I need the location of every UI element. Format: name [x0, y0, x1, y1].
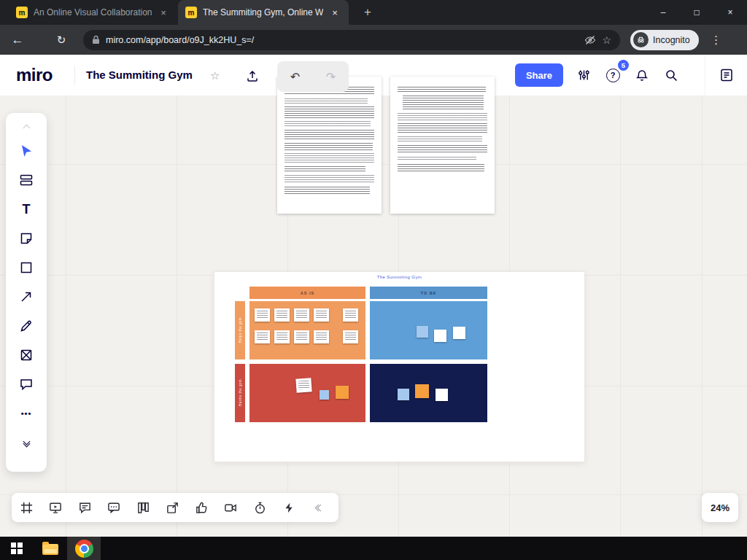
- tab-title: An Online Visual Collaboration Pl: [34, 7, 152, 18]
- export-button[interactable]: [158, 493, 187, 522]
- notes-panel-button[interactable]: [705, 55, 747, 96]
- miro-logo[interactable]: miro: [16, 65, 53, 85]
- matrix-col-header-as-is[interactable]: AS IS: [249, 287, 365, 299]
- bookmark-star-icon[interactable]: ☆: [602, 34, 611, 46]
- timer-icon: [253, 501, 267, 515]
- video-camera-icon: [223, 501, 238, 515]
- incognito-badge[interactable]: Incognito: [630, 30, 699, 50]
- present-button[interactable]: [41, 493, 70, 522]
- board-title[interactable]: The Summiting Gym: [86, 69, 193, 81]
- sticky-note[interactable]: [453, 327, 465, 339]
- apps-button[interactable]: [128, 493, 158, 522]
- sticky-note[interactable]: [343, 308, 358, 322]
- video-chat-button[interactable]: [216, 493, 245, 522]
- export-board-icon[interactable]: [244, 68, 261, 84]
- browser-tab-active[interactable]: m The Summiting Gym, Online Whi ×: [178, 0, 349, 25]
- sticky-note[interactable]: [434, 330, 446, 342]
- browser-navbar: ← ↻ miro.com/app/board/o9J_kk2HU_s=/ ☆ I…: [0, 25, 747, 55]
- connector-tool[interactable]: [12, 282, 41, 311]
- sticky-note[interactable]: [255, 330, 270, 343]
- browser-tab-inactive[interactable]: m An Online Visual Collaboration Pl ×: [9, 0, 177, 25]
- url-text: miro.com/app/board/o9J_kk2HU_s=/: [106, 35, 578, 45]
- reactions-button[interactable]: [187, 493, 216, 522]
- sticky-note[interactable]: [320, 390, 329, 400]
- tab-close-icon[interactable]: ×: [329, 7, 341, 18]
- zoom-level-indicator[interactable]: 24%: [702, 493, 738, 522]
- windows-taskbar: [0, 537, 747, 560]
- redo-icon[interactable]: ↷: [326, 70, 336, 84]
- notifications-bell-icon[interactable]: [630, 63, 654, 87]
- chrome-taskbar-button[interactable]: [67, 537, 101, 560]
- share-button[interactable]: Share: [515, 63, 563, 87]
- sticky-note[interactable]: [274, 330, 290, 343]
- matrix-row-label-top[interactable]: Helps the gym: [235, 301, 245, 359]
- document-page[interactable]: [277, 77, 382, 214]
- toolbar-collapse-up-icon[interactable]: [24, 119, 29, 136]
- chat-button[interactable]: [99, 493, 128, 522]
- sticky-note[interactable]: [294, 308, 309, 322]
- chat-bubble-icon: [107, 501, 121, 515]
- window-close-button[interactable]: ×: [713, 0, 747, 25]
- address-bar[interactable]: miro.com/app/board/o9J_kk2HU_s=/ ☆: [83, 30, 620, 50]
- tab-title: The Summiting Gym, Online Whi: [203, 7, 323, 18]
- undo-redo-panel: ↶ ↷: [277, 61, 349, 92]
- new-tab-button[interactable]: +: [359, 4, 376, 21]
- browser-menu-icon[interactable]: ⋮: [708, 34, 725, 47]
- chrome-icon: [75, 540, 93, 558]
- pen-tool[interactable]: [12, 311, 41, 341]
- thumbs-up-icon: [195, 501, 209, 515]
- board-frame[interactable]: The Summiting Gym AS IS TO BE Helps the …: [214, 271, 585, 462]
- tab-close-icon[interactable]: ×: [158, 7, 169, 18]
- search-icon[interactable]: [659, 63, 683, 87]
- sticky-note[interactable]: [274, 308, 290, 322]
- frames-button[interactable]: [12, 493, 41, 522]
- select-cursor-tool[interactable]: [12, 136, 41, 166]
- comments-icon: [78, 501, 92, 515]
- square-icon: [19, 260, 34, 275]
- sticky-note[interactable]: [255, 308, 270, 322]
- eye-off-icon[interactable]: [584, 34, 596, 46]
- sticky-note[interactable]: [336, 386, 349, 399]
- toolbar-collapse-down-icon[interactable]: [12, 428, 41, 457]
- window-minimize-button[interactable]: –: [646, 0, 680, 25]
- sticky-note-icon: [19, 231, 34, 246]
- sticky-note[interactable]: [417, 326, 428, 338]
- sticky-note[interactable]: [415, 384, 429, 398]
- frame-title[interactable]: The Summiting Gym: [214, 275, 584, 279]
- matrix-col-header-to-be[interactable]: TO BE: [370, 287, 487, 299]
- more-tools-button[interactable]: •••: [12, 399, 41, 428]
- header-divider: [74, 66, 75, 85]
- undo-icon[interactable]: ↶: [290, 70, 300, 84]
- frame-tool[interactable]: [12, 341, 41, 370]
- sticky-note[interactable]: [436, 389, 448, 401]
- shape-tool[interactable]: [12, 253, 41, 282]
- comments-button[interactable]: [70, 493, 99, 522]
- file-explorer-button[interactable]: [34, 537, 67, 560]
- timer-button[interactable]: [245, 493, 274, 522]
- arrow-icon: [19, 289, 34, 304]
- sticky-note[interactable]: [343, 330, 358, 343]
- document-page[interactable]: [390, 77, 495, 214]
- start-button[interactable]: [0, 537, 34, 560]
- quadrant-top-right[interactable]: [370, 301, 487, 359]
- sticky-note[interactable]: [295, 378, 311, 392]
- text-tool[interactable]: T: [12, 195, 41, 224]
- settings-sliders-icon[interactable]: [572, 63, 595, 87]
- sticky-note[interactable]: [398, 389, 409, 400]
- comment-icon: [19, 377, 34, 392]
- matrix-row-label-bottom[interactable]: Harms the gym: [235, 364, 245, 422]
- templates-tool[interactable]: [12, 166, 41, 195]
- sticky-note[interactable]: [314, 308, 329, 322]
- sticky-note[interactable]: [314, 330, 329, 343]
- comment-tool[interactable]: [12, 370, 41, 399]
- sticky-note[interactable]: [294, 330, 309, 343]
- reload-button[interactable]: ↻: [50, 28, 73, 52]
- window-maximize-button[interactable]: □: [680, 0, 713, 25]
- sticky-note-tool[interactable]: [12, 224, 41, 253]
- toolbar-collapse-left-icon[interactable]: [303, 493, 336, 522]
- favorite-star-icon[interactable]: ☆: [210, 69, 220, 82]
- kanban-icon: [136, 501, 150, 515]
- quick-actions-button[interactable]: [274, 493, 303, 522]
- incognito-label: Incognito: [653, 35, 690, 45]
- back-button[interactable]: ←: [6, 28, 29, 52]
